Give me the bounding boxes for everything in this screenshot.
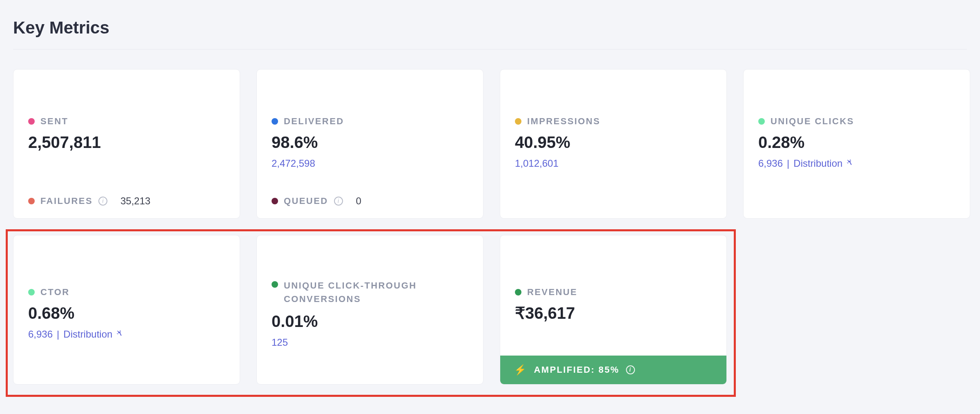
distribution-link[interactable]: Distribution bbox=[793, 158, 842, 169]
metric-label: CTOR bbox=[40, 287, 70, 298]
dot-icon bbox=[272, 118, 278, 125]
metric-label-row: DELIVERED bbox=[272, 116, 468, 127]
metric-sub-row: 6,936 | Distribution bbox=[28, 329, 225, 340]
metric-value: 2,507,811 bbox=[28, 132, 225, 152]
metrics-grid: SENT 2,507,811 FAILURES i 35,213 DELIVER… bbox=[13, 69, 959, 385]
amplified-bar: ⚡ AMPLIFIED: 85% i bbox=[500, 356, 726, 384]
bolt-icon: ⚡ bbox=[514, 365, 527, 375]
dot-icon bbox=[272, 198, 278, 204]
dot-icon bbox=[28, 289, 35, 295]
metric-value: 98.6% bbox=[272, 132, 468, 152]
card-footer: QUEUED i 0 bbox=[257, 187, 483, 218]
metric-value: 0.28% bbox=[758, 132, 955, 152]
metric-sub: 125 bbox=[272, 337, 468, 348]
divider: | bbox=[57, 329, 59, 340]
card-impressions[interactable]: IMPRESSIONS 40.95% 1,012,601 bbox=[500, 69, 727, 219]
info-icon[interactable]: i bbox=[334, 197, 343, 206]
footer-label: QUEUED bbox=[284, 196, 328, 206]
metric-value: 40.95% bbox=[515, 132, 712, 152]
divider: | bbox=[787, 158, 789, 169]
dot-icon bbox=[28, 118, 35, 125]
metric-value: 0.68% bbox=[28, 303, 225, 323]
metric-label-row: SENT bbox=[28, 116, 225, 127]
metric-sub: 1,012,601 bbox=[515, 158, 712, 169]
metric-label-row: IMPRESSIONS bbox=[515, 116, 712, 127]
metric-label-row: UNIQUE CLICKS bbox=[758, 116, 955, 127]
card-revenue[interactable]: REVENUE ₹36,617 ⚡ AMPLIFIED: 85% i bbox=[500, 235, 727, 385]
info-icon[interactable]: i bbox=[626, 365, 635, 374]
dot-icon bbox=[758, 118, 765, 125]
dot-icon bbox=[515, 289, 521, 295]
metric-label: SENT bbox=[40, 116, 68, 127]
dot-icon bbox=[28, 198, 35, 204]
metric-sub: 2,472,598 bbox=[272, 158, 468, 169]
key-metrics-section: Key Metrics SENT 2,507,811 FAILURES i 35… bbox=[0, 0, 980, 398]
cursor-click-icon bbox=[116, 330, 125, 339]
metric-label-row: REVENUE bbox=[515, 287, 712, 298]
card-unique-clicks[interactable]: UNIQUE CLICKS 0.28% 6,936 | Distribution bbox=[743, 69, 970, 219]
metric-label-row: UNIQUE CLICK-THROUGH CONVERSIONS bbox=[272, 279, 468, 306]
card-footer: FAILURES i 35,213 bbox=[13, 187, 240, 218]
card-sent[interactable]: SENT 2,507,811 FAILURES i 35,213 bbox=[13, 69, 240, 219]
metric-label-row: CTOR bbox=[28, 287, 225, 298]
footer-label: FAILURES bbox=[40, 196, 93, 206]
metric-label: UNIQUE CLICK-THROUGH CONVERSIONS bbox=[284, 279, 468, 306]
metric-value: ₹36,617 bbox=[515, 303, 712, 323]
cursor-click-icon bbox=[846, 159, 855, 168]
footer-value: 0 bbox=[356, 195, 361, 207]
distribution-link[interactable]: Distribution bbox=[63, 329, 112, 340]
metric-label: DELIVERED bbox=[284, 116, 344, 127]
card-unique-click-through-conversions[interactable]: UNIQUE CLICK-THROUGH CONVERSIONS 0.01% 1… bbox=[256, 235, 483, 385]
metric-label: UNIQUE CLICKS bbox=[771, 116, 854, 127]
metric-label: IMPRESSIONS bbox=[527, 116, 600, 127]
dot-icon bbox=[515, 118, 521, 125]
card-delivered[interactable]: DELIVERED 98.6% 2,472,598 QUEUED i 0 bbox=[256, 69, 483, 219]
metric-sub-row: 6,936 | Distribution bbox=[758, 158, 955, 169]
amplified-label: AMPLIFIED: 85% bbox=[534, 365, 619, 375]
metric-sub-count: 6,936 bbox=[28, 329, 53, 340]
dot-icon bbox=[272, 281, 278, 288]
metric-sub-count: 6,936 bbox=[758, 158, 783, 169]
section-title: Key Metrics bbox=[13, 18, 967, 49]
metric-value: 0.01% bbox=[272, 311, 468, 331]
footer-value: 35,213 bbox=[120, 195, 150, 207]
card-ctor[interactable]: CTOR 0.68% 6,936 | Distribution bbox=[13, 235, 240, 385]
info-icon[interactable]: i bbox=[98, 197, 107, 206]
metric-label: REVENUE bbox=[527, 287, 577, 298]
